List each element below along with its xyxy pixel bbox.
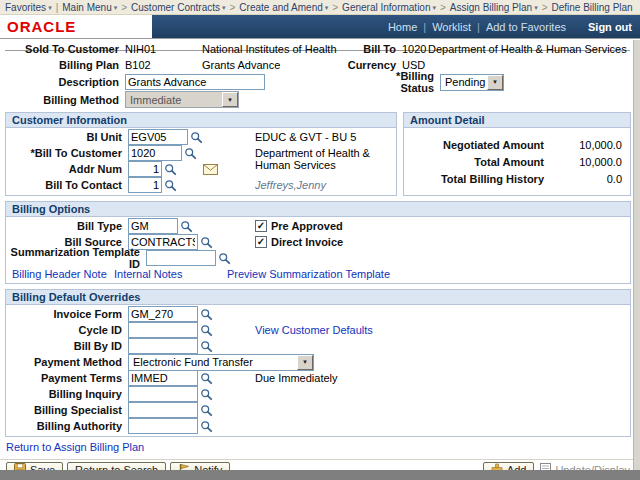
checkmark-icon: ✓ xyxy=(257,221,265,231)
bill-to-contact-label: Bill To Contact xyxy=(10,179,128,191)
breadcrumb: Favorites ▾ | Main Menu ▾ > Customer Con… xyxy=(0,0,640,15)
breadcrumb-item-favorites[interactable]: Favorites ▾ xyxy=(5,2,52,13)
summarization-template-lookup-icon[interactable] xyxy=(218,252,231,265)
bill-to-customer-input[interactable] xyxy=(128,145,182,161)
sign-out-link[interactable]: Sign out xyxy=(588,21,632,33)
bi-unit-input[interactable] xyxy=(128,129,188,145)
payment-method-value: Electronic Fund Transfer xyxy=(129,355,297,370)
summarization-template-row: Summarization Template ID xyxy=(10,250,626,266)
vertical-scrollbar[interactable] xyxy=(633,40,640,470)
logo-area: ORACLE xyxy=(0,15,152,38)
add-button[interactable]: Add xyxy=(483,462,535,471)
customer-information-box: Customer Information BI Unit EDUC & GVT … xyxy=(5,112,397,196)
bi-unit-lookup-icon[interactable] xyxy=(190,131,203,144)
breadcrumb-item-assign-billing-plan[interactable]: Assign Billing Plan ▾ xyxy=(450,2,538,13)
worklist-link[interactable]: Worklist xyxy=(432,21,471,33)
bill-to-contact-lookup-icon[interactable] xyxy=(164,179,177,192)
chevron-down-icon: ▼ xyxy=(302,359,308,365)
total-amount-label: Total Amount xyxy=(412,156,556,168)
billing-inquiry-row: Billing Inquiry xyxy=(10,386,626,402)
bi-unit-row: BI Unit EDUC & GVT - BU 5 xyxy=(10,129,392,145)
dropdown-arrow-button: ▼ xyxy=(222,92,238,107)
info-boxes-row: Customer Information BI Unit EDUC & GVT … xyxy=(5,112,631,196)
bill-type-input[interactable] xyxy=(128,218,178,234)
cycle-id-input[interactable] xyxy=(128,322,198,338)
billing-specialist-input[interactable] xyxy=(128,402,198,418)
breadcrumb-separator: > xyxy=(121,2,127,13)
return-to-assign-billing-plan-link[interactable]: Return to Assign Billing Plan xyxy=(6,441,144,453)
addr-num-input[interactable] xyxy=(128,161,162,177)
breadcrumb-label: Main Menu xyxy=(62,2,111,13)
direct-invoice-label: Direct Invoice xyxy=(271,236,343,248)
add-to-favorites-link[interactable]: Add to Favorites xyxy=(486,21,566,33)
invoice-form-lookup-icon[interactable] xyxy=(200,308,213,321)
breadcrumb-item-define-billing-plan[interactable]: Define Billing Plan xyxy=(551,2,632,13)
payment-method-row: Payment Method Electronic Fund Transfer … xyxy=(10,354,626,370)
total-amount-value: 10,000.0 xyxy=(556,156,622,168)
pre-approved-checkbox[interactable]: ✓ xyxy=(255,220,267,232)
bill-to-contact-row: Bill To Contact Jeffreys,Jenny xyxy=(10,177,392,193)
bill-by-id-lookup-icon[interactable] xyxy=(200,340,213,353)
summarization-template-input[interactable] xyxy=(146,250,216,266)
bill-type-lookup-icon[interactable] xyxy=(180,220,193,233)
billing-authority-lookup-icon[interactable] xyxy=(200,420,213,433)
billing-status-select[interactable]: Pending ▼ xyxy=(440,74,504,91)
home-link[interactable]: Home xyxy=(388,21,417,33)
notify-button[interactable]: Notify xyxy=(170,462,230,471)
bi-unit-label: BI Unit xyxy=(10,131,128,143)
chevron-down-icon: ▼ xyxy=(492,79,498,85)
chevron-down-icon: ▾ xyxy=(222,4,226,11)
bill-to-customer-lookup-icon[interactable] xyxy=(184,147,197,160)
toolbar-right: Add Update/Display xyxy=(483,462,630,471)
save-button[interactable]: Save xyxy=(6,462,63,471)
breadcrumb-item-general-information[interactable]: General Information ▾ xyxy=(342,2,436,13)
breadcrumb-label: Customer Contracts xyxy=(131,2,220,13)
breadcrumb-item-customer-contracts[interactable]: Customer Contracts ▾ xyxy=(131,2,225,13)
addr-num-lookup-icon[interactable] xyxy=(164,163,177,176)
payment-method-label: Payment Method xyxy=(10,356,128,368)
payment-method-select[interactable]: Electronic Fund Transfer ▼ xyxy=(128,354,314,371)
breadcrumb-item-main-menu[interactable]: Main Menu ▾ xyxy=(62,2,117,13)
payment-terms-input[interactable] xyxy=(128,370,198,386)
invoice-form-input[interactable] xyxy=(128,306,198,322)
billing-plan-name: Grants Advance xyxy=(202,59,280,71)
pre-approved-label: Pre Approved xyxy=(271,220,343,232)
billing-plan-label: Billing Plan xyxy=(5,59,125,71)
return-to-search-button[interactable]: Return to Search xyxy=(67,462,166,471)
bill-source-lookup-icon[interactable] xyxy=(200,236,213,249)
billing-inquiry-input[interactable] xyxy=(128,386,198,402)
page-content: Sold To Customer NIH01 National Institut… xyxy=(0,39,640,470)
envelope-icon[interactable] xyxy=(203,164,218,175)
billing-default-overrides-box: Billing Default Overrides Invoice Form C… xyxy=(5,289,631,437)
dropdown-arrow-button[interactable]: ▼ xyxy=(487,75,503,90)
add-plus-icon xyxy=(491,463,503,470)
summary-row-billing-method: Billing Method Immediate ▼ xyxy=(0,91,640,108)
description-input[interactable] xyxy=(125,74,265,90)
billing-status-group: *Billing Status Pending ▼ xyxy=(360,73,504,91)
cycle-id-row: Cycle ID View Customer Defaults xyxy=(10,322,626,338)
breadcrumb-separator: > xyxy=(230,2,236,13)
bill-by-id-input[interactable] xyxy=(128,338,198,354)
pre-approved-field: ✓ Pre Approved xyxy=(255,220,343,232)
direct-invoice-checkbox[interactable]: ✓ xyxy=(255,236,267,248)
summarization-template-label: Summarization Template ID xyxy=(10,246,146,270)
breadcrumb-label: Favorites xyxy=(5,2,46,13)
breadcrumb-separator: > xyxy=(542,2,548,13)
return-link-row: Return to Assign Billing Plan xyxy=(6,441,640,454)
bi-unit-description: EDUC & GVT - BU 5 xyxy=(255,131,356,143)
view-customer-defaults-link[interactable]: View Customer Defaults xyxy=(255,324,373,336)
negotiated-amount-row: Negotiated Amount 10,000.0 xyxy=(408,136,626,153)
cycle-id-lookup-icon[interactable] xyxy=(200,324,213,337)
billing-authority-input[interactable] xyxy=(128,418,198,434)
bill-to-contact-input[interactable] xyxy=(128,177,162,193)
dropdown-arrow-button[interactable]: ▼ xyxy=(297,355,313,370)
billing-plan-value: B102 xyxy=(125,59,202,71)
addr-num-label: Addr Num xyxy=(10,163,128,175)
billing-specialist-lookup-icon[interactable] xyxy=(200,404,213,417)
preview-summarization-template-link[interactable]: Preview Summarization Template xyxy=(227,268,390,280)
payment-terms-lookup-icon[interactable] xyxy=(200,372,213,385)
billing-inquiry-lookup-icon[interactable] xyxy=(200,388,213,401)
amount-detail-title: Amount Detail xyxy=(404,113,630,128)
breadcrumb-item-create-and-amend[interactable]: Create and Amend ▾ xyxy=(239,2,328,13)
sold-to-customer-value: NIH01 xyxy=(125,43,202,55)
